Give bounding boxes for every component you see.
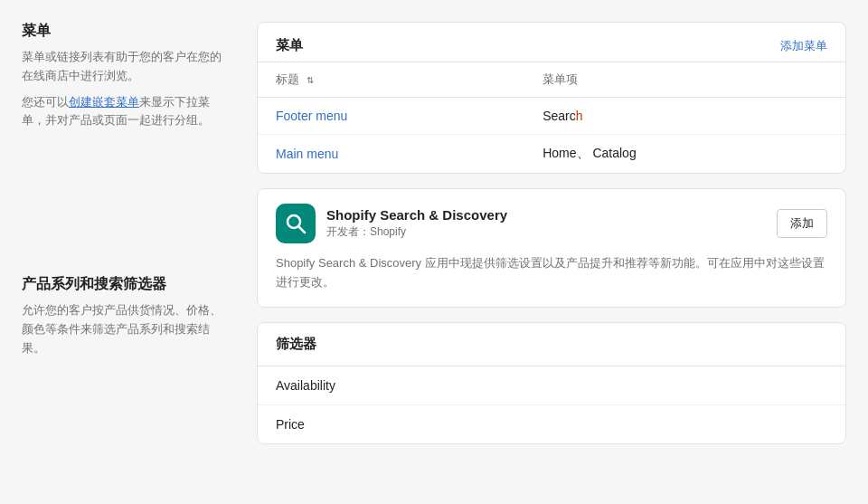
menu-card: 菜单 添加菜单 标题 ⇅ 菜单项 Footer m xyxy=(257,22,846,174)
col-title-header: 标题 ⇅ xyxy=(258,62,524,98)
menu-card-header: 菜单 添加菜单 xyxy=(258,23,845,62)
footer-menu-link[interactable]: Footer menu xyxy=(276,109,347,123)
app-info: Shopify Search & Discovery 开发者：Shopify xyxy=(326,207,766,240)
menus-desc-prefix: 您还可以 xyxy=(22,95,69,109)
footer-menu-items: Search xyxy=(524,98,845,135)
app-card: Shopify Search & Discovery 开发者：Shopify 添… xyxy=(257,188,846,308)
col-items-header: 菜单项 xyxy=(524,62,845,98)
sort-icon: ⇅ xyxy=(307,75,314,85)
app-description: Shopify Search & Discovery 应用中现提供筛选设置以及产… xyxy=(276,254,827,292)
main-menu-items: Home、 Catalog xyxy=(524,135,845,174)
create-nested-menu-link[interactable]: 创建嵌套菜单 xyxy=(69,95,139,109)
add-menu-link[interactable]: 添加菜单 xyxy=(780,38,827,54)
filters-section-title: 产品系列和搜索筛选器 xyxy=(22,275,228,294)
search-highlight: h xyxy=(576,109,583,123)
menu-card-title: 菜单 xyxy=(276,37,303,54)
menu-table: 标题 ⇅ 菜单项 Footer menu Search xyxy=(258,62,845,173)
table-row: Footer menu Search xyxy=(258,98,845,135)
menus-section-title: 菜单 xyxy=(22,22,228,41)
menus-desc-2: 您还可以创建嵌套菜单来显示下拉菜单，并对产品或页面一起进行分组。 xyxy=(22,93,228,131)
main-menu-link[interactable]: Main menu xyxy=(276,147,338,161)
app-name: Shopify Search & Discovery xyxy=(326,207,766,223)
table-row: Main menu Home、 Catalog xyxy=(258,135,845,174)
svg-line-1 xyxy=(299,227,306,233)
filter-item-availability[interactable]: Availability xyxy=(258,366,845,405)
filter-item-price[interactable]: Price xyxy=(258,405,845,443)
filter-card: 筛选器 Availability Price xyxy=(257,322,846,444)
app-add-button[interactable]: 添加 xyxy=(777,209,827,238)
filter-card-title: 筛选器 xyxy=(258,323,845,366)
menus-desc-1: 菜单或链接列表有助于您的客户在您的在线商店中进行浏览。 xyxy=(22,48,228,86)
app-icon xyxy=(276,204,316,243)
filters-desc: 允许您的客户按产品供货情况、价格、颜色等条件来筛选产品系列和搜索结果。 xyxy=(22,301,228,357)
app-developer: 开发者：Shopify xyxy=(326,224,766,240)
app-card-header: Shopify Search & Discovery 开发者：Shopify 添… xyxy=(276,204,827,243)
